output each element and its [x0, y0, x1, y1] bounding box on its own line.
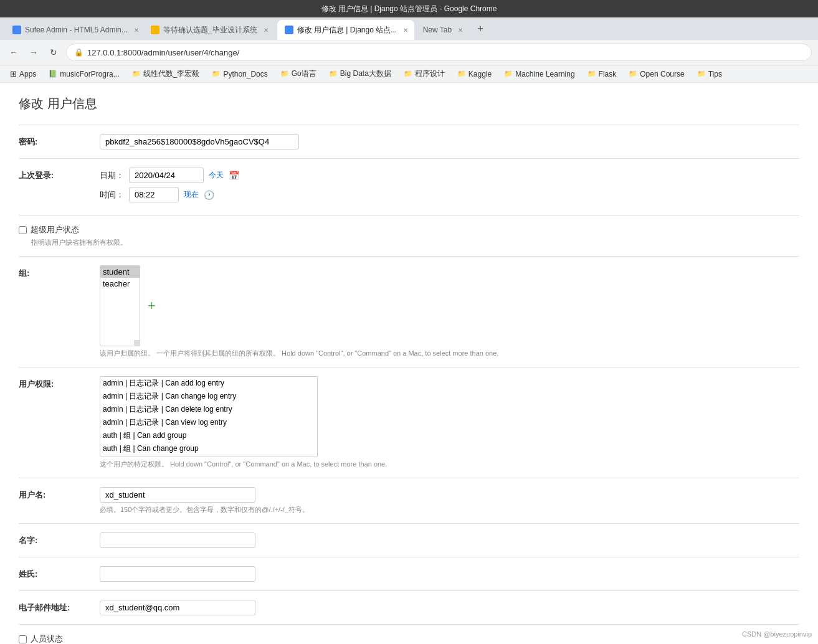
page-content: 修改 用户信息 密码: 上次登录: 日期： 今天 📅 时间： 现在 🕐 — [0, 83, 818, 644]
groups-select[interactable]: student teacher — [100, 265, 140, 346]
bookmark-icon-go: 📁 — [280, 70, 289, 78]
active-label[interactable]: 人员状态 — [19, 633, 63, 644]
active-checkbox[interactable] — [19, 635, 27, 643]
last-login-row: 上次登录: 日期： 今天 📅 时间： 现在 🕐 — [19, 158, 799, 215]
select-resize-handle[interactable] — [134, 340, 140, 346]
username-input[interactable] — [100, 487, 255, 503]
titlebar-text: 修改 用户信息 | Django 站点管理员 - Google Chrome — [321, 4, 497, 14]
calendar-icon[interactable]: 📅 — [229, 171, 239, 181]
reload-button[interactable]: ↻ — [46, 45, 61, 60]
lastname-input[interactable] — [100, 566, 255, 582]
bookmark-tips[interactable]: 📁 Tips — [692, 69, 727, 80]
bookmark-linear[interactable]: 📁 线性代数_李宏毅 — [127, 67, 205, 80]
bookmark-icon-python: 📁 — [212, 70, 221, 78]
password-row: 密码: — [19, 125, 799, 158]
address-bar[interactable]: 🔒 127.0.0.1:8000/admin/user/user/4/chang… — [66, 44, 812, 61]
tab-close-2[interactable]: ✕ — [264, 27, 269, 34]
group-select-wrapper: student teacher — [100, 265, 140, 346]
firstname-field — [100, 533, 799, 548]
tab-label-3: 修改 用户信息 | Django 站点... — [297, 25, 397, 36]
bookmark-apps[interactable]: ⊞ Apps — [5, 68, 41, 80]
browser-tab-3[interactable]: 修改 用户信息 | Django 站点... ✕ — [277, 20, 414, 40]
perm-option-4[interactable]: admin | 日志记录 | Can view log entry — [100, 416, 317, 429]
permissions-field: admin | 日志记录 | Can add log entry admin |… — [100, 376, 799, 469]
group-option-student[interactable]: student — [100, 266, 140, 278]
email-input[interactable] — [100, 600, 255, 615]
permissions-select[interactable]: admin | 日志记录 | Can add log entry admin |… — [100, 376, 318, 457]
bookmark-go[interactable]: 📁 Go语言 — [275, 67, 321, 80]
bookmark-icon-flask: 📁 — [587, 70, 596, 78]
bookmark-bigdata[interactable]: 📁 Big Data大数据 — [324, 67, 396, 80]
today-button[interactable]: 今天 — [209, 170, 224, 181]
browser-tab-2[interactable]: 等待确认选题_毕业设计系统 ✕ — [143, 20, 276, 40]
now-button[interactable]: 现在 — [184, 189, 199, 200]
new-tab-button[interactable]: + — [472, 20, 489, 37]
bookmark-kaggle-label: Kaggle — [468, 70, 492, 78]
groups-hint: 该用户归属的组。 一个用户将得到其归属的组的所有权限。 Hold down "C… — [100, 349, 799, 358]
bookmark-music[interactable]: 📗 musicForProgra... — [44, 69, 124, 80]
bookmark-ml[interactable]: 📁 Machine Learning — [499, 69, 579, 80]
perm-option-5[interactable]: auth | 组 | Can add group — [100, 429, 317, 442]
apps-grid-icon: ⊞ — [10, 69, 17, 78]
browser-tab-4[interactable]: New Tab ✕ — [416, 20, 470, 40]
bookmark-tips-label: Tips — [708, 70, 722, 78]
bookmark-bigdata-label: Big Data大数据 — [340, 69, 391, 79]
email-label: 电子邮件地址: — [19, 600, 100, 613]
bookmark-icon-ml: 📁 — [504, 70, 513, 78]
perm-option-6[interactable]: auth | 组 | Can change group — [100, 442, 317, 455]
permissions-label: 用户权限: — [19, 376, 100, 390]
perm-option-7[interactable]: auth | 组 | Can delete group — [100, 455, 317, 457]
tab-favicon-1 — [12, 26, 21, 34]
bookmark-python-label: Python_Docs — [223, 70, 267, 78]
bookmark-music-label: musicForProgra... — [60, 70, 119, 78]
bookmark-icon-tips: 📁 — [697, 70, 706, 78]
bookmark-icon-opencourse: 📁 — [629, 70, 637, 78]
page-title: 修改 用户信息 — [19, 95, 799, 112]
date-input[interactable] — [129, 168, 204, 183]
bookmark-icon-bigdata: 📁 — [329, 70, 338, 78]
superuser-label[interactable]: 超级用户状态 — [19, 224, 79, 235]
tab-favicon-3 — [285, 26, 293, 34]
lastname-row: 姓氏: — [19, 557, 799, 590]
superuser-checkbox[interactable] — [19, 226, 27, 234]
bookmark-programming[interactable]: 📁 程序设计 — [399, 67, 450, 80]
superuser-label-text: 超级用户状态 — [31, 224, 79, 235]
bookmark-ml-label: Machine Learning — [515, 70, 574, 78]
password-input[interactable] — [100, 134, 299, 149]
back-button[interactable]: ← — [6, 45, 21, 60]
date-label: 日期： — [100, 170, 124, 181]
active-row: 人员状态 — [19, 624, 799, 644]
forward-button[interactable]: → — [26, 45, 41, 60]
bookmark-icon-linear: 📁 — [132, 70, 141, 78]
tab-close-4[interactable]: ✕ — [458, 27, 463, 34]
time-input[interactable] — [129, 187, 179, 202]
perm-option-3[interactable]: admin | 日志记录 | Can delete log entry — [100, 403, 317, 416]
username-label: 用户名: — [19, 487, 100, 501]
active-label-text: 人员状态 — [31, 633, 63, 644]
superuser-hint: 指明该用户缺省拥有所有权限。 — [31, 238, 127, 247]
time-label: 时间： — [100, 189, 124, 201]
bookmark-kaggle[interactable]: 📁 Kaggle — [452, 69, 497, 80]
perm-option-2[interactable]: admin | 日志记录 | Can change log entry — [100, 390, 317, 403]
add-group-button[interactable]: + — [145, 296, 158, 315]
bookmark-flask[interactable]: 📁 Flask — [583, 69, 622, 80]
groups-label: 组: — [19, 265, 100, 279]
tab-close-3[interactable]: ✕ — [403, 27, 408, 34]
last-login-field: 日期： 今天 📅 时间： 现在 🕐 — [100, 168, 799, 206]
browser-tabs: Sufee Admin - HTML5 Admin... ✕ 等待确认选题_毕业… — [0, 17, 818, 40]
firstname-input[interactable] — [100, 533, 255, 548]
perm-option-1[interactable]: admin | 日志记录 | Can add log entry — [100, 377, 317, 390]
bookmark-python[interactable]: 📁 Python_Docs — [207, 69, 272, 80]
lock-icon: 🔒 — [74, 48, 83, 57]
lastname-field — [100, 566, 799, 582]
browser-tab-1[interactable]: Sufee Admin - HTML5 Admin... ✕ — [5, 20, 142, 40]
group-option-teacher[interactable]: teacher — [100, 278, 140, 290]
firstname-label: 名字: — [19, 533, 100, 546]
clock-icon[interactable]: 🕐 — [204, 190, 214, 200]
email-field — [100, 600, 799, 615]
bookmark-opencourse[interactable]: 📁 Open Course — [624, 69, 689, 80]
permissions-row: 用户权限: admin | 日志记录 | Can add log entry a… — [19, 367, 799, 478]
tab-favicon-2 — [151, 26, 159, 34]
tab-close-1[interactable]: ✕ — [134, 27, 139, 34]
email-row: 电子邮件地址: — [19, 590, 799, 624]
